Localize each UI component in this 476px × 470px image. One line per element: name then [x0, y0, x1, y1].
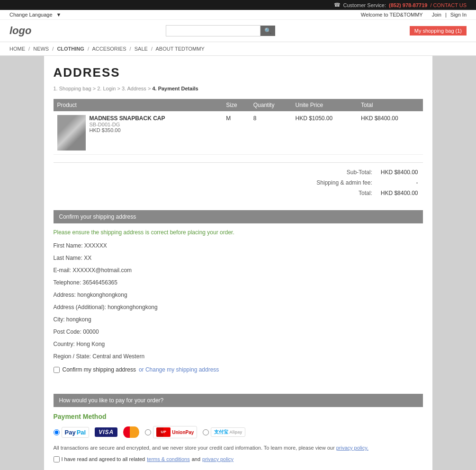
security-text: All transactions are secure and encrypte…: [54, 444, 423, 452]
header: logo 🔍 My shopping bag (1): [0, 20, 476, 42]
product-code: SB-D001-DG: [90, 122, 165, 127]
col-product: Product: [54, 99, 223, 111]
terms-row: I have read and agreed to all related te…: [54, 456, 423, 462]
payment-section-header: How would you like to pay for your order…: [54, 394, 423, 407]
alipay-option: 支付宝 Alipay: [203, 427, 245, 437]
privacy-link2[interactable]: privacy policy: [202, 456, 234, 462]
terms-link[interactable]: terms & conditions: [147, 456, 189, 462]
subtotal-value: HKD $8400.00: [377, 168, 422, 177]
nav-news[interactable]: NEWS: [33, 46, 49, 52]
address-postcode: Post Code: 00000: [54, 328, 423, 336]
lang-label: Change Language: [9, 12, 53, 18]
order-table: Product Size Quantity Unite Price Total …: [54, 99, 423, 155]
shipping-value: -: [377, 178, 422, 187]
main-content: ADDRESS 1. Shopping bag > 2. Login > 3. …: [44, 56, 432, 470]
visa-badge: VISA: [95, 427, 117, 437]
shipping-label: Shipping & admin fee:: [313, 178, 376, 187]
product-name: MADNESS SNAPBACK CAP: [90, 115, 165, 122]
payment-method-label: Payment Method: [54, 413, 423, 420]
search-area: 🔍: [166, 25, 275, 36]
address-last-name: Last Name: XX: [54, 254, 423, 262]
col-quantity: Quantity: [250, 99, 292, 111]
unionpay-label: UnionPay: [172, 430, 194, 435]
col-size: Size: [222, 99, 250, 111]
subtotal-label: Sub-Total:: [313, 168, 376, 177]
product-size: M: [222, 111, 250, 155]
product-image: [57, 115, 86, 151]
alipay-label: 支付宝: [214, 429, 228, 435]
breadcrumb-step1[interactable]: 1. Shopping bag: [54, 86, 91, 91]
product-unit-price: HKD $1050.00: [291, 111, 357, 155]
shipping-section-header: Confirm your shipping address: [54, 210, 423, 223]
totals: Sub-Total: HKD $8400.00 Shipping & admin…: [54, 162, 423, 203]
navigation: HOME / NEWS / CLOTHING / ACCESORIES / SA…: [0, 42, 476, 56]
confirm-address-checkbox[interactable]: [54, 367, 60, 373]
terms-checkbox[interactable]: [54, 456, 60, 462]
unionpay-option: UP UnionPay: [145, 426, 197, 438]
breadcrumb-step2[interactable]: 2. Login: [97, 86, 116, 91]
nav-home[interactable]: HOME: [9, 46, 25, 52]
table-row: MADNESS SNAPBACK CAP SB-D001-DG HKD $350…: [54, 111, 423, 155]
mastercard-badge: [123, 426, 139, 438]
total-label: Total:: [313, 188, 376, 198]
nav-clothing[interactable]: CLOTHING: [57, 46, 84, 52]
change-address-link[interactable]: or Change my shipping address: [139, 366, 219, 373]
privacy-policy-link[interactable]: privacy policy.: [336, 445, 368, 451]
address-telephone: Telephone: 36546456365: [54, 278, 423, 287]
paypal-radio[interactable]: [54, 429, 60, 435]
nav-sale[interactable]: SALE: [135, 46, 148, 52]
join-link[interactable]: Join: [432, 12, 441, 18]
search-input[interactable]: [166, 25, 260, 36]
address-email: E-mail: XXXXXX@hotmail.com: [54, 266, 423, 275]
breadcrumb-step4: 4. Payment Details: [152, 86, 198, 91]
unionpay-icon: UP: [156, 427, 171, 437]
confirm-row: Confirm my shipping address or Change my…: [54, 366, 423, 373]
payment-options: PayPal VISA UP UnionPay 支付宝 Alipay: [54, 426, 423, 438]
product-quantity: 8: [250, 111, 292, 155]
address-region: Region / State: Central and Western: [54, 352, 423, 361]
welcome-text: Welcome to TED&TOMMY: [361, 12, 423, 18]
alipay-radio[interactable]: [203, 429, 209, 435]
total-value: HKD $8400.00: [377, 188, 422, 198]
top-bar: ☎ Customer Service: (852) 978-87719 / CO…: [0, 0, 476, 10]
col-unit-price: Unite Price: [291, 99, 357, 111]
sign-in-link[interactable]: Sign In: [450, 12, 467, 18]
address-city: City: hongkong: [54, 315, 423, 324]
address-country: Country: Hong Kong: [54, 340, 423, 348]
logo: logo: [9, 25, 31, 37]
paypal-option: PayPal: [54, 427, 90, 438]
address-street: Address: hongkonghongkong: [54, 291, 423, 299]
product-total: HKD $8400.00: [357, 111, 423, 155]
address-additional: Address (Additional): hongkonghongkong: [54, 303, 423, 311]
breadcrumb: 1. Shopping bag > 2. Login > 3. Address …: [54, 86, 423, 91]
breadcrumb-step3[interactable]: 3. Address: [122, 86, 146, 91]
and-label: and: [192, 456, 200, 462]
unionpay-badge: UP UnionPay: [153, 426, 197, 438]
confirm-address-label: Confirm my shipping address: [63, 366, 136, 373]
nav-about[interactable]: ABOUT TEDTOMMY: [155, 46, 204, 52]
search-button[interactable]: 🔍: [260, 26, 275, 36]
product-list-price: HKD $350.00: [90, 127, 165, 133]
contact-us-link[interactable]: / CONTACT US: [430, 2, 467, 8]
col-total: Total: [357, 99, 423, 111]
paypal-badge: PayPal: [62, 427, 90, 438]
page-title: ADDRESS: [54, 65, 423, 80]
alipay-badge: 支付宝 Alipay: [211, 427, 245, 437]
lang-dropdown-icon[interactable]: ▼: [56, 12, 62, 18]
header-right: My shopping bag (1): [410, 26, 467, 35]
terms-label: I have read and agreed to all related: [62, 456, 145, 462]
nav-accessories[interactable]: ACCESORIES: [92, 46, 126, 52]
address-warning: Please ensure the shipping address is co…: [54, 229, 423, 236]
second-bar: Change Language ▼ Welcome to TED&TOMMY J…: [0, 10, 476, 20]
phone-icon: ☎: [334, 2, 341, 8]
customer-service-label: Customer Service:: [343, 2, 386, 8]
unionpay-radio[interactable]: [145, 429, 151, 435]
phone-number: (852) 978-87719: [389, 2, 427, 8]
address-first-name: First Name: XXXXXX: [54, 241, 423, 250]
cart-button[interactable]: My shopping bag (1): [410, 26, 467, 35]
